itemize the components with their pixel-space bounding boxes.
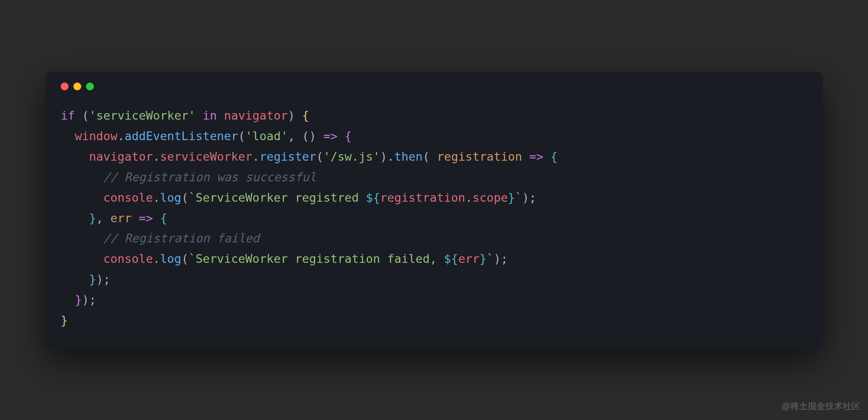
code-token [153,211,160,225]
code-token: '/sw.js' [324,150,380,163]
code-token: registration [437,150,522,163]
code-token: } [75,293,82,306]
code-token: } [89,211,96,225]
code-token: register [259,150,316,163]
code-token: => [529,150,544,163]
code-token: window [75,129,118,143]
minimize-icon[interactable] [73,83,81,90]
code-token [61,293,75,306]
code-token: ${ [366,191,380,204]
code-token: } [508,191,515,204]
code-token [196,109,203,122]
code-token: . [465,191,472,204]
code-token: err [458,252,479,265]
code-token: ); [96,272,110,286]
code-token [132,211,139,225]
code-token: ${ [444,252,458,265]
code-token: ( [181,191,188,204]
code-token: 'serviceWorker' [89,109,196,122]
maximize-icon[interactable] [86,83,94,90]
code-token: log [160,191,182,204]
code-token [543,150,550,163]
code-token: ( [181,252,188,265]
code-token [61,211,89,225]
code-token: ); [522,191,537,204]
code-token: . [252,150,259,163]
code-token: // Registration failed [103,231,260,245]
watermark: @稀土掘金技术社区 [782,400,860,412]
code-token: // Registration was successful [103,170,317,184]
code-token: err [110,211,132,225]
code-token: { [302,109,309,122]
code-token: serviceWorker [160,150,252,163]
code-token: `ServiceWorker registred [189,191,366,204]
code-token: in [203,109,217,122]
code-token [61,170,103,184]
code-token: { [160,211,167,225]
code-block: if ('serviceWorker' in navigator) { wind… [61,106,807,331]
code-window: if ('serviceWorker' in navigator) { wind… [45,72,823,349]
code-token: . [153,252,160,265]
code-token [61,150,89,163]
code-token: => [139,211,153,225]
code-token: . [117,129,124,143]
code-token [338,129,344,143]
code-token: { [551,150,558,163]
code-token: ( [316,150,323,163]
code-token: registration [380,191,465,204]
code-token [61,252,103,265]
code-token: => [324,129,338,143]
code-token: 'load' [245,129,288,143]
code-token: then [394,150,423,163]
code-token: scope [472,191,508,204]
code-token: , () [288,129,323,143]
code-token [522,150,529,163]
code-token [61,231,103,245]
code-token: ); [494,252,508,265]
code-token: } [479,252,486,265]
code-token: } [89,272,96,286]
code-token [61,191,103,204]
code-token: console [103,252,153,265]
code-token: } [61,313,68,327]
code-token: ` [515,191,522,204]
code-token: ( [423,150,437,163]
code-token: . [153,191,160,204]
code-token: ) [288,109,302,122]
code-token: addEventListener [124,129,238,143]
code-token: ); [82,293,96,306]
code-token: ( [75,109,90,122]
code-token: navigator [89,150,153,163]
code-token: navigator [224,109,288,122]
code-token: ( [238,129,245,143]
code-token [61,129,75,143]
code-token: console [103,191,153,204]
code-token: , [96,211,110,225]
code-token [217,109,224,122]
code-token: log [160,252,182,265]
code-token: . [153,150,160,163]
code-token [61,272,89,286]
window-controls [61,83,807,90]
code-token: ` [486,252,493,265]
code-token: ). [380,150,395,163]
close-icon[interactable] [61,83,69,90]
code-token: `ServiceWorker registration failed, [189,252,444,265]
code-token: { [344,129,351,143]
code-token: if [61,109,75,122]
